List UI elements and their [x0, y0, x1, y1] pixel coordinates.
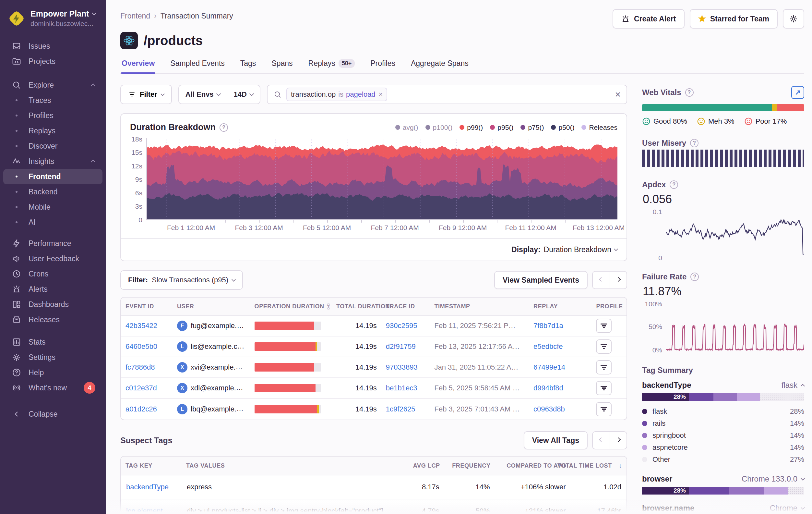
tab-sampled-events[interactable]: Sampled Events — [170, 59, 225, 73]
sidebar-item-performance[interactable]: Performance — [3, 236, 103, 251]
chip-remove-icon[interactable]: × — [379, 90, 383, 99]
tag-group-select[interactable]: Chrome — [770, 504, 804, 513]
sidebar-collapse-button[interactable]: Collapse — [3, 407, 103, 422]
search-filter-chip[interactable]: transaction.op is pageload × — [286, 88, 387, 101]
total-duration: 14.19s — [332, 384, 381, 392]
search-input[interactable]: transaction.op is pageload × × — [267, 85, 627, 104]
event-id-link[interactable]: c012e37d — [125, 384, 157, 392]
legend-p50[interactable]: p50() — [551, 124, 574, 131]
tag-group-select[interactable]: flask — [782, 381, 804, 390]
profile-button[interactable] — [596, 340, 612, 354]
filter-dropdown[interactable]: Filter — [120, 85, 172, 104]
tab-replays[interactable]: Replays50+ — [308, 59, 356, 73]
list-item[interactable]: aspnetcore14% — [642, 441, 804, 453]
open-in-vitals-icon[interactable]: ↗ — [791, 86, 804, 99]
trace-id-link[interactable]: d2f91759 — [386, 342, 416, 350]
tag-key-link[interactable]: backendType — [126, 483, 169, 491]
sidebar-item-stats[interactable]: Stats — [3, 334, 103, 350]
transaction-settings-button[interactable] — [783, 9, 804, 29]
replay-link[interactable]: 7f8b7d1a — [533, 322, 563, 330]
sidebar-item-releases[interactable]: Releases — [3, 312, 103, 327]
tag-key-link[interactable]: lcp.element — [126, 507, 163, 514]
profile-icon — [601, 407, 607, 412]
sidebar-item-settings[interactable]: Settings — [3, 350, 103, 365]
sidebar-item-help[interactable]: Help — [3, 365, 103, 380]
tag-group-select[interactable]: Chrome 133.0.0 — [742, 475, 804, 484]
list-item[interactable]: rails14% — [642, 417, 804, 429]
sidebar-item-mobile[interactable]: Mobile — [3, 199, 103, 215]
info-icon[interactable]: ? — [670, 181, 678, 189]
info-icon[interactable]: ? — [685, 88, 694, 97]
view-all-tags-button[interactable]: View All Tags — [524, 431, 588, 450]
legend-avg[interactable]: avg() — [395, 124, 418, 131]
legend-p99[interactable]: p99() — [460, 124, 483, 131]
sidebar-item-projects[interactable]: Projects — [3, 54, 103, 69]
replay-link[interactable]: c0963d8b — [533, 405, 565, 413]
profile-button[interactable] — [596, 319, 612, 333]
starred-for-team-button[interactable]: ★ Starred for Team — [690, 9, 778, 29]
org-switcher[interactable]: Empower Plant dominik.buszowiec... — [0, 7, 106, 29]
legend-p100[interactable]: p100() — [426, 124, 453, 131]
user-misery-chart — [642, 150, 804, 167]
legend-p75[interactable]: p75() — [520, 124, 544, 131]
sidebar-item-frontend[interactable]: Frontend — [3, 169, 103, 184]
display-selector[interactable]: Display: Duration Breakdown — [512, 245, 617, 254]
environment-selector[interactable]: All Envs — [179, 85, 227, 104]
info-icon[interactable]: ? — [327, 303, 330, 310]
event-id-link[interactable]: fc7886d8 — [125, 363, 155, 371]
info-icon[interactable]: ? — [220, 123, 228, 132]
legend-p95[interactable]: p95() — [490, 124, 513, 131]
replay-link[interactable]: e5edbcfe — [533, 342, 563, 350]
transaction-filter-dropdown[interactable]: Filter: Slow Transactions (p95) — [120, 270, 243, 290]
tab-spans[interactable]: Spans — [271, 59, 293, 73]
sidebar-item-explore[interactable]: Explore — [3, 78, 103, 93]
event-id-link[interactable]: 42b35422 — [125, 322, 157, 330]
next-page-button[interactable] — [610, 432, 627, 449]
create-alert-button[interactable]: Create Alert — [613, 9, 685, 29]
trace-id-link[interactable]: 1c9f2625 — [386, 405, 415, 413]
sidebar-item-issues[interactable]: Issues — [3, 38, 103, 54]
replay-link[interactable]: d994bf8d — [533, 384, 563, 392]
trace-id-link[interactable]: 97033893 — [386, 363, 418, 371]
next-page-button[interactable] — [610, 272, 627, 289]
sidebar-item-discover[interactable]: Discover — [3, 139, 103, 154]
info-icon[interactable]: ? — [690, 139, 698, 147]
profile-button[interactable] — [596, 402, 612, 416]
sidebar-item-dashboards[interactable]: Dashboards — [3, 297, 103, 312]
date-range-selector[interactable]: 14D — [227, 85, 260, 104]
sidebar-item-alerts[interactable]: Alerts — [3, 282, 103, 297]
profile-button[interactable] — [596, 381, 612, 395]
search-clear-icon[interactable]: × — [615, 89, 621, 100]
profile-icon — [601, 344, 607, 349]
sort-column-header[interactable]: TOTAL TIME LOST ↓ — [571, 462, 626, 469]
sidebar-item-profiles[interactable]: Profiles — [3, 108, 103, 123]
event-id-link[interactable]: 6460e5b0 — [125, 342, 157, 350]
trace-id-link[interactable]: 930c2595 — [386, 322, 417, 330]
tab-profiles[interactable]: Profiles — [370, 59, 396, 73]
list-item[interactable]: springboot14% — [642, 429, 804, 441]
event-id-link[interactable]: a01d2c26 — [125, 405, 157, 413]
info-icon[interactable]: ? — [690, 273, 699, 281]
sidebar-item-crons[interactable]: Crons — [3, 266, 103, 282]
sidebar-item-traces[interactable]: Traces — [3, 93, 103, 108]
sidebar-item-insights[interactable]: Insights — [3, 154, 103, 169]
replay-link[interactable]: 67499e14 — [533, 363, 565, 371]
breadcrumb-frontend[interactable]: Frontend — [120, 12, 150, 21]
view-sampled-events-button[interactable]: View Sampled Events — [494, 271, 588, 289]
profile-button[interactable] — [596, 360, 612, 375]
list-item[interactable]: flask28% — [642, 405, 804, 417]
sidebar-item-user-feedback[interactable]: User Feedback — [3, 251, 103, 266]
prev-page-button[interactable] — [593, 272, 610, 289]
sidebar-item-whats-new[interactable]: What's new 4 — [3, 380, 103, 396]
bullet-icon — [12, 99, 21, 101]
trace-id-link[interactable]: be1b1ec3 — [386, 384, 417, 392]
sidebar-item-replays[interactable]: Replays — [3, 123, 103, 139]
legend-releases[interactable]: Releases — [581, 124, 617, 131]
list-item[interactable]: Other27% — [642, 453, 804, 465]
prev-page-button[interactable] — [593, 432, 610, 449]
tab-aggregate-spans[interactable]: Aggregate Spans — [410, 59, 469, 73]
sidebar-item-backend[interactable]: Backend — [3, 184, 103, 199]
sidebar-item-ai[interactable]: AI — [3, 215, 103, 230]
tab-overview[interactable]: Overview — [121, 59, 155, 73]
tab-tags[interactable]: Tags — [240, 59, 257, 73]
